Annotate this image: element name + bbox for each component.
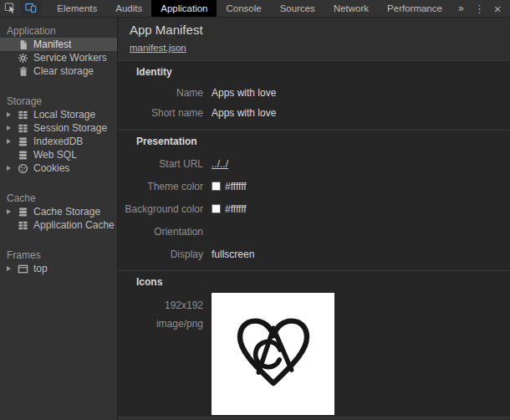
field-value: #ffffff <box>212 203 247 215</box>
identity-section: Identity Name Apps with love Short name … <box>118 61 510 131</box>
sidebar-item-label: Cookies <box>33 162 69 174</box>
icon-entry: 192x192 image/png <box>118 293 510 417</box>
toggle-device-toolbar-button[interactable] <box>21 0 42 17</box>
field-label: Name <box>118 87 203 99</box>
sidebar-item-label: IndexedDB <box>33 136 83 147</box>
tab-elements[interactable]: Elements <box>48 0 106 17</box>
sidebar-item-label: Clear storage <box>33 65 94 77</box>
section-title-identity: Identity <box>136 66 510 78</box>
icons-section: Icons 192x192 image/png <box>118 271 510 417</box>
sidebar-item-label: top <box>33 263 48 274</box>
document-icon <box>17 39 29 50</box>
sidebar-item-label: Manifest <box>33 38 71 50</box>
tab-sources[interactable]: Sources <box>271 0 324 17</box>
sidebar-item-label: Web SQL <box>33 149 77 161</box>
section-title-icons: Icons <box>136 276 510 288</box>
color-swatch <box>212 182 221 191</box>
tab-console[interactable]: Console <box>217 0 270 17</box>
database-icon <box>17 136 29 147</box>
field-short-name: Short name Apps with love <box>118 103 510 123</box>
sidebar-item-cookies[interactable]: Cookies <box>0 161 117 175</box>
expand-arrow-icon[interactable] <box>7 139 17 144</box>
icon-mime-label: image/png <box>118 315 203 333</box>
database-icon <box>17 150 29 161</box>
field-value: Apps with love <box>212 87 276 99</box>
database-icon <box>17 207 29 218</box>
field-theme-color: Theme color #ffffff <box>118 175 510 197</box>
sidebar-item-clear-storage[interactable]: Clear storage <box>0 64 117 78</box>
sidebar-item-label: Session Storage <box>33 122 107 134</box>
application-sidebar: Application Manifest Service Workers <box>0 18 118 420</box>
field-label: Orientation <box>118 226 203 238</box>
field-value: #ffffff <box>212 181 247 192</box>
expand-arrow-icon[interactable] <box>7 266 17 271</box>
expand-arrow-icon[interactable] <box>7 112 17 117</box>
sidebar-section-application: Application <box>0 24 117 38</box>
sidebar-item-session-storage[interactable]: Session Storage <box>0 121 117 135</box>
manifest-panel: App Manifest manifest.json Identity Name… <box>118 18 510 420</box>
sidebar-item-service-workers[interactable]: Service Workers <box>0 51 117 64</box>
sidebar-item-application-cache[interactable]: Application Cache <box>0 218 117 232</box>
gear-icon <box>17 53 29 64</box>
device-toolbar-icon <box>25 2 37 16</box>
field-orientation: Orientation <box>118 220 510 243</box>
start-url-link[interactable]: ../../ <box>212 158 228 170</box>
table-icon <box>17 123 29 134</box>
sidebar-item-label: Service Workers <box>33 52 107 64</box>
sidebar-section-cache: Cache <box>0 192 117 205</box>
sidebar-item-top-frame[interactable]: top <box>0 262 117 275</box>
sidebar-item-label: Cache Storage <box>33 206 100 218</box>
devtools-window: Elements Audits Application Console Sour… <box>0 0 510 420</box>
frame-icon <box>17 264 29 274</box>
color-hex: #ffffff <box>225 203 247 215</box>
more-tabs-icon[interactable]: » <box>451 0 471 17</box>
section-title-presentation: Presentation <box>136 136 510 147</box>
devtools-toolbar: Elements Audits Application Console Sour… <box>0 0 510 18</box>
expand-arrow-icon[interactable] <box>7 166 17 171</box>
sidebar-section-frames: Frames <box>0 248 117 262</box>
tab-audits[interactable]: Audits <box>106 0 151 17</box>
close-icon[interactable]: × <box>488 0 507 17</box>
expand-arrow-icon[interactable] <box>7 125 17 131</box>
heart-monogram-logo-icon <box>233 313 314 396</box>
field-start-url: Start URL ../../ <box>118 152 510 175</box>
panel-tabs: Elements Audits Application Console Sour… <box>48 0 451 17</box>
panel-split: Application Manifest Service Workers <box>0 18 510 420</box>
table-icon <box>17 220 29 231</box>
field-label: Display <box>118 248 203 260</box>
manifest-json-link[interactable]: manifest.json <box>130 43 186 53</box>
sidebar-item-cache-storage[interactable]: Cache Storage <box>0 205 117 218</box>
tab-performance[interactable]: Performance <box>378 0 451 17</box>
field-value: Apps with love <box>212 107 276 119</box>
tab-network[interactable]: Network <box>324 0 378 17</box>
inspect-cursor-icon <box>4 2 16 16</box>
color-hex: #ffffff <box>225 181 247 192</box>
icon-meta: 192x192 image/png <box>118 293 203 333</box>
sidebar-item-label: Local Storage <box>33 109 95 120</box>
sidebar-item-indexeddb[interactable]: IndexedDB <box>0 135 117 148</box>
field-label: Short name <box>118 107 203 119</box>
sidebar-item-label: Application Cache <box>33 219 115 231</box>
cookie-icon <box>17 163 29 174</box>
presentation-section: Presentation Start URL ../../ Theme colo… <box>118 131 510 271</box>
tab-application[interactable]: Application <box>151 0 217 17</box>
field-label: Background color <box>118 203 203 215</box>
inspect-element-button[interactable] <box>0 0 21 17</box>
field-label: Start URL <box>118 158 203 170</box>
kebab-menu-icon[interactable]: ⋮ <box>471 0 489 17</box>
sidebar-item-manifest[interactable]: Manifest <box>0 38 117 51</box>
manifest-header: App Manifest manifest.json <box>118 18 510 61</box>
sidebar-item-web-sql[interactable]: Web SQL <box>0 148 117 161</box>
color-swatch <box>212 204 221 213</box>
table-icon <box>17 110 29 120</box>
manifest-icon-preview <box>212 293 334 415</box>
icon-size-label: 192x192 <box>118 296 203 315</box>
field-name: Name Apps with love <box>118 83 510 103</box>
sidebar-section-storage: Storage <box>0 95 117 108</box>
field-background-color: Background color #ffffff <box>118 197 510 220</box>
expand-arrow-icon[interactable] <box>7 209 17 214</box>
sidebar-item-local-storage[interactable]: Local Storage <box>0 108 117 121</box>
trash-icon <box>17 66 29 77</box>
field-value: fullscreen <box>212 248 254 260</box>
sidebar-gap <box>0 78 117 90</box>
